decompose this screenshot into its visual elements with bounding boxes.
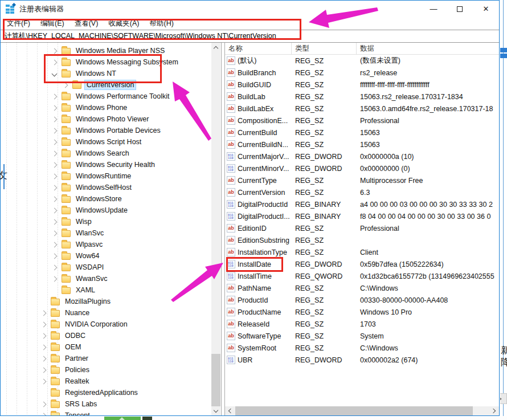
registry-value-row[interactable]: 011110InstallTimeREG_QWORD0x1d32bca61557… xyxy=(225,270,499,282)
expand-chevron-icon[interactable] xyxy=(41,356,47,361)
pane-splitter[interactable] xyxy=(221,43,225,415)
vertical-scrollbar[interactable] xyxy=(211,43,220,415)
scroll-left-button[interactable] xyxy=(225,406,234,415)
registry-value-row[interactable]: abEditionIDREG_SZProfessional xyxy=(225,222,499,234)
expand-chevron-icon[interactable] xyxy=(52,59,58,65)
expand-chevron-icon[interactable] xyxy=(63,82,68,88)
expand-chevron-icon[interactable] xyxy=(41,367,47,373)
tree-item[interactable]: Windows Phone xyxy=(1,102,211,113)
column-header[interactable]: 名称 xyxy=(225,43,292,54)
tree-item[interactable]: MozillaPlugins xyxy=(1,296,211,307)
registry-value-row[interactable]: 011110CurrentMinorV...REG_DWORD0x0000000… xyxy=(225,162,499,174)
horizontal-scrollbar[interactable] xyxy=(225,406,499,415)
tree-item[interactable]: RegisteredApplications xyxy=(1,387,211,398)
expand-chevron-icon[interactable] xyxy=(52,93,58,99)
registry-value-row[interactable]: 011110InstallDateREG_DWORD0x59b7dfea (15… xyxy=(225,258,499,270)
scrollbar-thumb[interactable] xyxy=(235,406,473,415)
expand-chevron-icon[interactable] xyxy=(52,48,58,54)
expand-chevron-icon[interactable] xyxy=(41,344,47,350)
tree-item[interactable]: CurrentVersion xyxy=(1,79,211,91)
registry-value-row[interactable]: abBuildBranchREG_SZrs2_release xyxy=(225,67,499,79)
scroll-up-button[interactable] xyxy=(211,43,220,52)
expand-chevron-icon[interactable] xyxy=(52,219,58,225)
expand-chevron-icon[interactable] xyxy=(41,401,47,407)
tree-item[interactable]: Nuance xyxy=(1,307,211,319)
registry-value-row[interactable]: abCompositionE...REG_SZProfessional xyxy=(225,115,499,127)
registry-value-row[interactable]: 011110DigitalProductI...REG_BINARYf8 04 … xyxy=(225,210,499,222)
registry-value-row[interactable]: abEditionSubstringREG_SZ xyxy=(225,234,499,246)
registry-value-row[interactable]: abBuildGUIDREG_SZffffffff-ffff-ffff-ffff… xyxy=(225,79,499,91)
expand-chevron-icon[interactable] xyxy=(52,230,58,236)
expand-chevron-icon[interactable] xyxy=(52,242,58,247)
expand-chevron-icon[interactable] xyxy=(52,207,58,213)
title-bar[interactable]: 注册表编辑器 — ✕ xyxy=(1,1,499,17)
tree-item[interactable]: ODBC xyxy=(1,330,211,341)
minimize-button[interactable]: — xyxy=(420,1,447,17)
tree-item[interactable]: OEM xyxy=(1,341,211,353)
tree-item[interactable]: NVIDIA Corporation xyxy=(1,319,211,330)
tree-item[interactable]: Realtek xyxy=(1,376,211,387)
collapse-chevron-icon[interactable] xyxy=(52,71,58,76)
tree-item[interactable]: WindowsRuntime xyxy=(1,170,211,182)
registry-value-row[interactable]: abBuildLabREG_SZ15063.rs2_release.170317… xyxy=(225,91,499,103)
registry-value-row[interactable]: 011110DigitalProductIdREG_BINARYa4 00 00… xyxy=(225,198,499,210)
scrollbar-thumb[interactable] xyxy=(211,354,220,406)
registry-value-row[interactable]: abProductNameREG_SZWindows 10 Pro xyxy=(225,306,499,318)
expand-chevron-icon[interactable] xyxy=(52,162,58,168)
tree-item[interactable]: Windows NT xyxy=(1,68,211,79)
maximize-button[interactable] xyxy=(447,1,473,17)
registry-value-row[interactable]: abProductIdREG_SZ00330-80000-00000-AA408 xyxy=(225,294,499,306)
registry-value-row[interactable]: abSoftwareTypeREG_SZSystem xyxy=(225,330,499,342)
expand-chevron-icon[interactable] xyxy=(52,264,58,270)
expand-chevron-icon[interactable] xyxy=(52,116,58,122)
column-header[interactable]: 数据 xyxy=(357,43,499,54)
tree-item[interactable]: WSDAPI xyxy=(1,262,211,273)
expand-chevron-icon[interactable] xyxy=(52,105,58,111)
column-header[interactable]: 类型 xyxy=(292,43,357,54)
expand-chevron-icon[interactable] xyxy=(41,310,47,316)
tree-item[interactable]: Windows Portable Devices xyxy=(1,125,211,136)
menu-item[interactable]: 收藏夹(A) xyxy=(103,19,144,28)
menu-item[interactable]: 编辑(E) xyxy=(35,19,69,28)
expand-chevron-icon[interactable] xyxy=(41,321,47,327)
tree-item[interactable]: SRS Labs xyxy=(1,398,211,410)
expand-chevron-icon[interactable] xyxy=(41,333,47,339)
expand-chevron-icon[interactable] xyxy=(41,378,47,384)
expand-chevron-icon[interactable] xyxy=(52,196,58,202)
tree-item[interactable]: Tencent xyxy=(1,410,211,415)
tree-item[interactable]: Partner xyxy=(1,353,211,364)
registry-value-row[interactable]: abCurrentVersionREG_SZ6.3 xyxy=(225,186,499,198)
tree-item[interactable]: Windows Script Host xyxy=(1,136,211,148)
expand-chevron-icon[interactable] xyxy=(52,150,58,156)
tree-item[interactable]: XAML xyxy=(1,284,211,296)
tree-item[interactable]: Windows Search xyxy=(1,148,211,159)
expand-chevron-icon[interactable] xyxy=(52,173,58,179)
registry-value-row[interactable]: abInstallationTypeREG_SZClient xyxy=(225,246,499,258)
menu-item[interactable]: 帮助(H) xyxy=(144,19,178,28)
tree-item[interactable]: Policies xyxy=(1,364,211,376)
tree-item[interactable]: Windows Photo Viewer xyxy=(1,113,211,125)
registry-value-row[interactable]: 011110UBRREG_DWORD0x000002a2 (674) xyxy=(225,354,499,366)
expand-chevron-icon[interactable] xyxy=(52,253,58,259)
registry-value-row[interactable]: abReleaseIdREG_SZ1703 xyxy=(225,318,499,330)
registry-value-row[interactable]: ab(默认)REG_SZ(数值未设置) xyxy=(225,55,499,67)
registry-value-row[interactable]: abCurrentBuildREG_SZ15063 xyxy=(225,127,499,138)
tree-item[interactable]: Windows Messaging Subsystem xyxy=(1,56,211,68)
tree-item[interactable]: WindowsUpdate xyxy=(1,205,211,216)
expand-chevron-icon[interactable] xyxy=(52,139,58,145)
tree-item[interactable]: Windows Performance Toolkit xyxy=(1,91,211,102)
tree-item[interactable]: WindowsSelfHost xyxy=(1,182,211,193)
registry-value-row[interactable]: abPathNameREG_SZC:\Windows xyxy=(225,282,499,294)
registry-value-row[interactable]: abBuildLabExREG_SZ15063.0.amd64fre.rs2_r… xyxy=(225,103,499,115)
registry-value-row[interactable]: 011110CurrentMajorV...REG_DWORD0x0000000… xyxy=(225,150,499,162)
tree-item[interactable]: Wlpasvc xyxy=(1,239,211,250)
tree-item[interactable]: WindowsStore xyxy=(1,193,211,205)
expand-chevron-icon[interactable] xyxy=(52,128,58,133)
tree-item[interactable]: Windows Media Player NSS xyxy=(1,45,211,56)
tree-item[interactable]: Windows Security Health xyxy=(1,159,211,170)
menu-item[interactable]: 文件(F) xyxy=(2,19,35,28)
registry-value-row[interactable]: abCurrentBuildN...REG_SZ15063 xyxy=(225,138,499,150)
registry-value-row[interactable]: abCurrentTypeREG_SZMultiprocessor Free xyxy=(225,174,499,186)
expand-chevron-icon[interactable] xyxy=(41,413,47,415)
tree-item[interactable]: WlanSvc xyxy=(1,227,211,239)
